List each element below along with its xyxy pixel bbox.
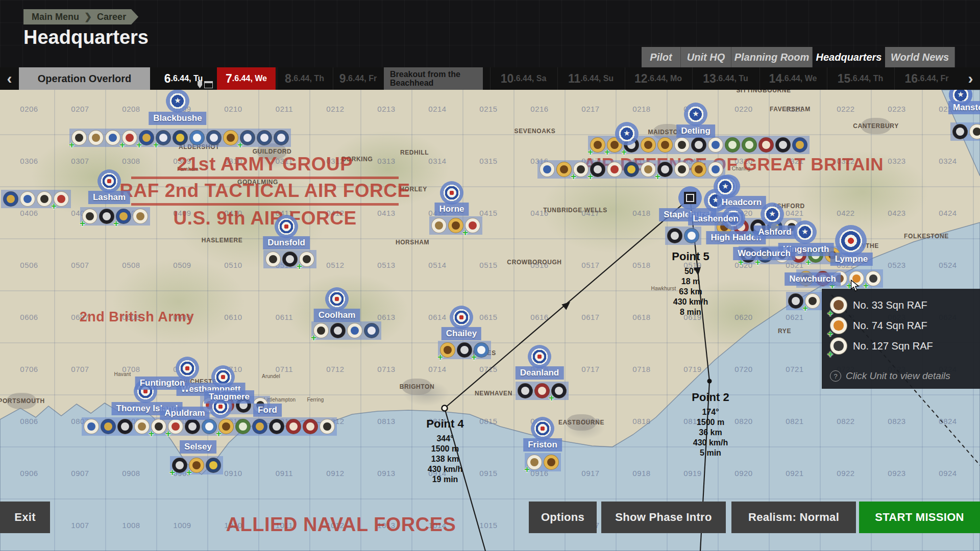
squadron-emblem[interactable] [347, 323, 362, 338]
timeline-next-button[interactable]: › [961, 67, 980, 90]
squadron-emblem[interactable] [257, 130, 272, 145]
squadron-emblem[interactable] [742, 137, 757, 153]
squadron-emblem[interactable]: + [465, 218, 480, 233]
squadron-emblem[interactable] [101, 419, 116, 434]
squadron-emblem[interactable] [725, 137, 740, 153]
squadron-emblem[interactable]: + [116, 209, 131, 224]
raf-roundel-marker[interactable] [325, 287, 349, 311]
squadron-emblem[interactable] [303, 419, 318, 434]
timeline-event-tab[interactable]: Breakout from the Beachhead [384, 67, 483, 90]
squadron-emblem[interactable]: + [122, 130, 137, 145]
squadron-emblem[interactable] [84, 419, 99, 434]
squadron-emblem[interactable] [641, 162, 656, 177]
airfield-label-headcorn[interactable]: Headcorn [717, 196, 766, 209]
squadron-emblem[interactable] [99, 209, 114, 224]
airfield-label-newchurch[interactable]: Newchurch [785, 272, 841, 286]
squadron-emblem[interactable] [691, 137, 706, 153]
usaaf-airfield-marker[interactable] [615, 122, 639, 145]
squadron-emblem[interactable] [117, 419, 133, 434]
squadron-emblem[interactable] [607, 162, 622, 177]
squadron-emblem[interactable] [134, 419, 150, 434]
airfield-label-manston[interactable]: Manston [948, 101, 980, 114]
squadron-emblem[interactable] [540, 162, 555, 177]
squadron-emblem[interactable]: + [657, 162, 673, 177]
timeline-day-tab[interactable]: 16.6.44, Fr [894, 67, 959, 90]
squadron-emblem[interactable] [223, 130, 238, 145]
show-phase-intro-button[interactable]: Show Phase Intro [601, 502, 726, 533]
raf-roundel-marker[interactable] [531, 417, 554, 440]
airfield-label-selsey[interactable]: Selsey [180, 440, 216, 454]
squadron-emblem[interactable] [202, 419, 217, 434]
squadron-emblem[interactable] [684, 228, 699, 243]
unit-emblem-icon[interactable]: + [830, 337, 847, 355]
realism-normal-button[interactable]: Realism: Normal [731, 502, 856, 533]
squadron-emblem[interactable] [274, 130, 289, 145]
squadron-emblem[interactable]: + [474, 342, 489, 358]
squadron-emblem[interactable] [133, 209, 148, 224]
squadron-emblem[interactable]: + [299, 252, 314, 267]
squadron-emblem[interactable] [88, 130, 104, 145]
timeline-day-tab[interactable]: 8.6.44, Th [277, 67, 332, 90]
squadron-emblem[interactable] [457, 342, 472, 358]
airfield-label-lympne[interactable]: Lympne [830, 253, 873, 266]
squadron-emblem[interactable] [518, 383, 533, 398]
squadron-emblem[interactable]: + [139, 130, 154, 145]
squadron-emblem[interactable]: + [573, 162, 589, 177]
airfield-label-tangmere[interactable]: Tangmere [204, 390, 254, 404]
squadron-emblem[interactable] [252, 419, 267, 434]
options-button[interactable]: Options [529, 502, 597, 533]
squadron-emblem[interactable] [185, 419, 200, 434]
squadron-emblem[interactable]: + [172, 458, 187, 473]
squadron-emblem[interactable] [269, 419, 284, 434]
airfield-label-lasham[interactable]: Lasham [88, 191, 130, 204]
squadron-emblem[interactable] [431, 218, 447, 233]
airfield-label-lashenden[interactable]: Lashenden [688, 212, 743, 226]
timeline-day-tab[interactable]: 11.6.44, Su [557, 67, 624, 90]
squadron-emblem[interactable] [691, 162, 706, 177]
squadron-emblem[interactable] [952, 124, 968, 139]
timeline-day-tab[interactable]: 10.6.44, Sa [490, 67, 556, 90]
tab-planning-room[interactable]: Planning Room [731, 47, 813, 67]
tab-pilot[interactable]: Pilot [642, 47, 681, 67]
squadron-emblem[interactable]: + [805, 293, 820, 309]
raf-roundel-marker[interactable] [835, 225, 867, 257]
timeline-day-tab[interactable]: 9.6.44, Fr [333, 67, 383, 90]
squadron-emblem[interactable] [3, 191, 18, 207]
squadron-emblem[interactable] [448, 218, 463, 233]
airfield-label-dunsfold[interactable]: Dunsfold [263, 236, 310, 249]
squadron-emblem[interactable]: + [151, 419, 166, 434]
squadron-emblem[interactable]: + [218, 419, 234, 434]
raf-roundel-marker[interactable] [275, 215, 298, 238]
unit-emblem-icon[interactable]: + [830, 317, 847, 334]
timeline-prev-button[interactable]: ‹ [0, 67, 19, 90]
squadron-emblem[interactable] [624, 162, 639, 177]
airfield-label-chailey[interactable]: Chailey [442, 327, 481, 340]
squadron-emblem[interactable] [788, 293, 803, 309]
squadron-emblem[interactable] [758, 137, 774, 153]
squadron-emblem[interactable] [969, 124, 980, 139]
airfield-label-blackbushe[interactable]: Blackbushe [149, 112, 206, 125]
squadron-emblem[interactable] [657, 137, 673, 153]
squadron-emblem[interactable] [320, 419, 335, 434]
tooltip-unit-row[interactable]: +No. 127 Sqn RAF [830, 336, 980, 356]
airfield-label-ashford[interactable]: Ashford [753, 226, 796, 239]
squadron-emblem[interactable] [37, 191, 52, 207]
tab-world-news[interactable]: World News [885, 47, 955, 67]
squadron-emblem[interactable] [792, 137, 807, 153]
tab-headquarters[interactable]: Headquarters [813, 47, 885, 67]
squadron-emblem[interactable] [534, 383, 550, 398]
squadron-emblem[interactable] [364, 323, 379, 338]
squadron-emblem[interactable]: + [590, 162, 605, 177]
raf-roundel-marker[interactable] [440, 181, 463, 205]
squadron-emblem[interactable] [775, 137, 791, 153]
breadcrumb-item-main-menu[interactable]: Main Menu [32, 12, 79, 22]
squadron-emblem[interactable] [173, 130, 188, 145]
start-mission-button[interactable]: START MISSION [859, 502, 980, 533]
squadron-emblem[interactable]: + [240, 130, 255, 145]
tooltip-unit-row[interactable]: +No. 74 Sqn RAF [830, 315, 980, 336]
timeline-day-tab[interactable]: 12.6.44, Mo [625, 67, 691, 90]
tooltip-unit-row[interactable]: +No. 33 Sqn RAF [830, 295, 980, 315]
usaaf-airfield-marker[interactable] [684, 103, 707, 126]
timeline-day-tab[interactable]: 14.6.44, We [760, 67, 826, 90]
airfield-label-funtington[interactable]: Funtington [135, 377, 190, 390]
